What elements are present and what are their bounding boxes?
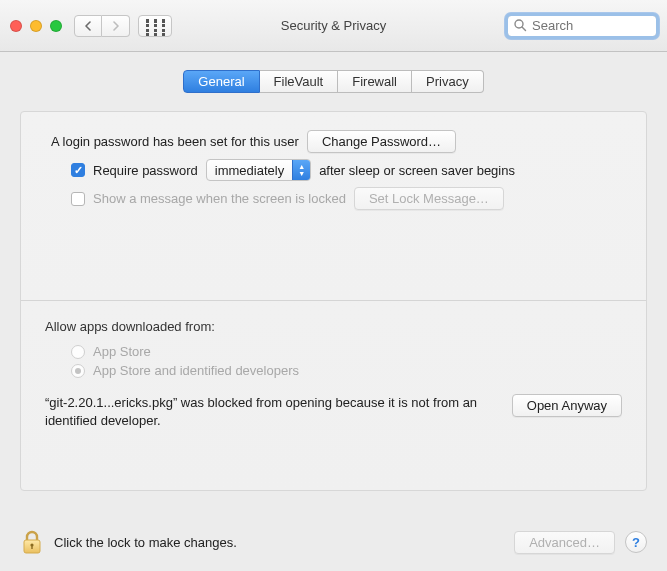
set-lock-message-button: Set Lock Message… [354,187,504,210]
show-lock-message-checkbox[interactable] [71,192,85,206]
tab-bar: General FileVault Firewall Privacy [20,70,647,93]
allow-appstore-radio [71,345,85,359]
open-anyway-button[interactable]: Open Anyway [512,394,622,417]
allow-apps-label: Allow apps downloaded from: [45,319,622,334]
allow-identified-radio [71,364,85,378]
allow-identified-label: App Store and identified developers [93,363,299,378]
footer-bar: Click the lock to make changes. Advanced… [0,513,667,571]
tab-general[interactable]: General [183,70,259,93]
change-password-button[interactable]: Change Password… [307,130,456,153]
require-password-after-text: after sleep or screen saver begins [319,163,515,178]
back-button[interactable] [74,15,102,37]
titlebar: Security & Privacy [0,0,667,52]
minimize-window-button[interactable] [30,20,42,32]
lock-hint-text: Click the lock to make changes. [54,535,237,550]
search-icon [513,18,527,35]
show-all-button[interactable] [138,15,172,37]
login-password-text: A login password has been set for this u… [51,134,299,149]
tab-firewall[interactable]: Firewall [338,70,412,93]
require-password-checkbox[interactable] [71,163,85,177]
stepper-arrows-icon: ▲▼ [292,160,310,180]
tab-privacy[interactable]: Privacy [412,70,484,93]
window-controls [10,20,62,32]
chevron-left-icon [84,21,92,31]
help-button[interactable]: ? [625,531,647,553]
require-password-label: Require password [93,163,198,178]
show-lock-message-label: Show a message when the screen is locked [93,191,346,206]
general-panel: A login password has been set for this u… [20,111,647,491]
allow-appstore-label: App Store [93,344,151,359]
svg-rect-4 [31,545,32,549]
nav-back-forward [74,15,130,37]
blocked-app-text: “git-2.20.1...ericks.pkg” was blocked fr… [45,394,496,429]
chevron-right-icon [112,21,120,31]
tab-filevault[interactable]: FileVault [260,70,339,93]
require-password-delay-value: immediately [207,163,292,178]
panel-divider [21,300,646,301]
search-input[interactable] [507,15,657,37]
forward-button[interactable] [102,15,130,37]
grid-icon [145,18,165,32]
lock-icon[interactable] [20,528,44,556]
require-password-delay-select[interactable]: immediately ▲▼ [206,159,311,181]
close-window-button[interactable] [10,20,22,32]
advanced-button: Advanced… [514,531,615,554]
zoom-window-button[interactable] [50,20,62,32]
svg-line-1 [522,27,526,31]
